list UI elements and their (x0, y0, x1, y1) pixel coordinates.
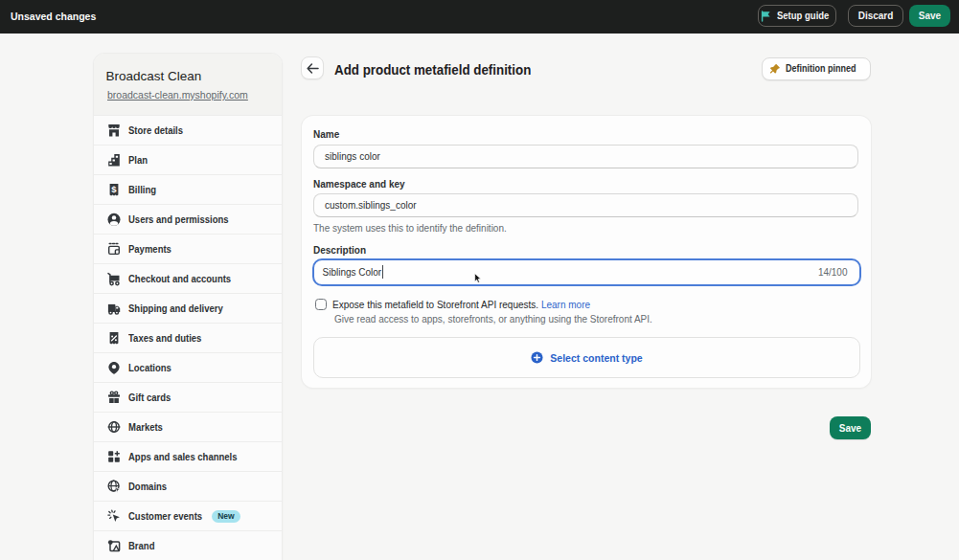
svg-text:$: $ (111, 184, 117, 194)
